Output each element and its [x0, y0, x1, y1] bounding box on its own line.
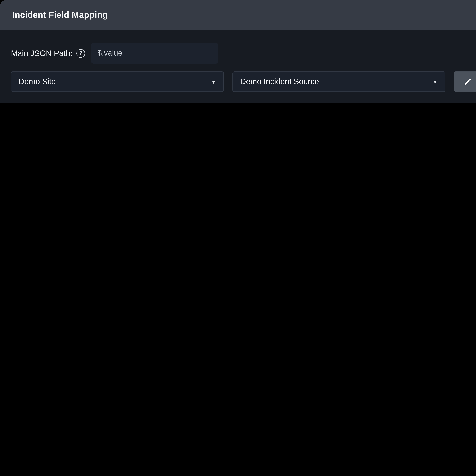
json-path-label: Main JSON Path:: [11, 49, 72, 58]
incident-field-mapping-dialog: Incident Field Mapping ✕ Main JSON Path:…: [0, 0, 476, 103]
chevron-down-icon: ▼: [211, 79, 216, 84]
json-path-help-icon[interactable]: ?: [77, 49, 85, 58]
chevron-down-icon: ▼: [433, 79, 438, 84]
edit-source-button[interactable]: Edit Source: [454, 71, 476, 92]
dialog-title: Incident Field Mapping: [12, 10, 108, 20]
controls-row: Demo Site ▼ Demo Incident Source ▼ Edit …: [11, 71, 476, 92]
incident-source-dropdown-value: Demo Incident Source: [240, 77, 319, 86]
json-path-input[interactable]: [91, 43, 219, 64]
json-path-row: Main JSON Path: ?: [11, 43, 476, 64]
viewport: Incident Field Mapping ✕ Main JSON Path:…: [0, 0, 476, 103]
site-dropdown-value: Demo Site: [19, 77, 56, 86]
dialog-titlebar: Incident Field Mapping ✕: [0, 0, 476, 30]
dialog-content: Main JSON Path: ? Demo Site ▼ Demo Incid…: [0, 43, 476, 103]
incident-source-dropdown[interactable]: Demo Incident Source ▼: [233, 71, 445, 92]
pencil-icon: [463, 77, 472, 86]
site-dropdown[interactable]: Demo Site ▼: [11, 71, 224, 92]
